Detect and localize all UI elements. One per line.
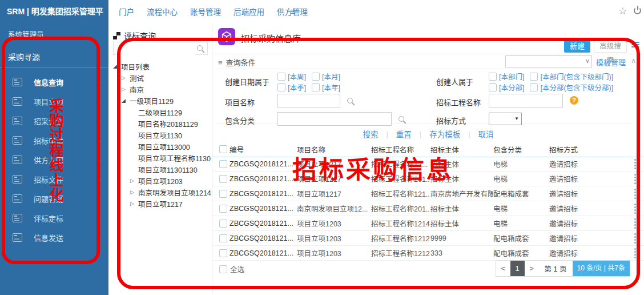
current-page-button[interactable]: 1: [510, 261, 525, 276]
checkbox[interactable]: [219, 234, 227, 242]
sidebar-item[interactable]: 项目立项›: [0, 91, 108, 111]
checkbox-option[interactable]: [本季]: [277, 82, 306, 93]
page-size-button[interactable]: 10 条/页 | 共7条: [573, 261, 630, 276]
next-page-button[interactable]: >: [525, 264, 539, 273]
top-nav-item[interactable]: 流程中心: [147, 6, 178, 17]
checkbox-option[interactable]: [本周]: [277, 71, 306, 82]
row-menu-icon[interactable]: [634, 174, 636, 184]
list-view-icon[interactable]: [631, 41, 639, 49]
page-number-input[interactable]: 1: [553, 265, 557, 273]
collapse-icon[interactable]: ∧: [631, 57, 636, 65]
row-menu-icon[interactable]: [634, 233, 636, 244]
checkbox-option[interactable]: [本分部]: [489, 82, 524, 93]
top-nav-item[interactable]: 门户: [119, 6, 134, 17]
checkbox[interactable]: [219, 160, 227, 168]
table-row[interactable]: ZBCGSQ2018121...项目立项1203招标工程名称12129999配电…: [212, 231, 644, 246]
sidebar-item[interactable]: 招标申请›: [0, 130, 108, 150]
row-menu-icon[interactable]: [634, 218, 636, 229]
power-icon[interactable]: [634, 7, 641, 14]
checkbox[interactable]: [312, 73, 320, 81]
checkbox[interactable]: [219, 145, 227, 153]
tree-node[interactable]: 二级项目1129: [108, 106, 212, 118]
tree-node[interactable]: ▷测试: [108, 72, 212, 83]
collapsed-arrow-icon[interactable]: ▷: [130, 178, 138, 184]
prev-page-button[interactable]: <: [496, 264, 510, 273]
sidebar-item[interactable]: 信息发送›: [0, 228, 108, 247]
hamburger-icon[interactable]: ≡: [290, 7, 295, 17]
search-icon[interactable]: [399, 116, 404, 122]
sidebar-item[interactable]: 供方入围›: [0, 150, 108, 169]
checkbox[interactable]: [219, 220, 227, 228]
advanced-search-button[interactable]: 高级搜索: [594, 38, 627, 53]
tree-node[interactable]: 项目立项11301130: [108, 164, 212, 175]
table-row[interactable]: ZBCGSQ2018121...项目立项1203招标工程名称1212333配电箱…: [212, 246, 644, 261]
checkbox[interactable]: [489, 83, 497, 91]
expanded-arrow-icon[interactable]: ◢: [113, 63, 121, 69]
tree-search-input[interactable]: [116, 43, 195, 55]
table-row[interactable]: ZBCGSQ2018121...项目立项1217招标工程名称121...南京房地…: [212, 186, 644, 201]
star-icon[interactable]: ☆: [618, 5, 627, 17]
action-link[interactable]: 搜索: [363, 128, 378, 139]
template-select[interactable]: ∨: [505, 55, 592, 67]
checkbox[interactable]: [219, 175, 227, 183]
tree-node[interactable]: ▷南京: [108, 83, 212, 95]
checkbox-option[interactable]: [本月]: [312, 71, 340, 82]
tree-node[interactable]: ▷南京明发项目立项1214: [108, 186, 212, 198]
collapsed-arrow-icon[interactable]: ▷: [130, 189, 138, 195]
action-link[interactable]: 存为模板: [429, 128, 460, 139]
checkbox[interactable]: [489, 73, 497, 81]
template-manage-link[interactable]: 模板管理: [596, 57, 626, 67]
tree-node[interactable]: ▷项目立项1217: [108, 198, 212, 209]
row-menu-icon[interactable]: [634, 204, 636, 214]
checkbox-option[interactable]: [本年]: [312, 82, 340, 93]
table-row[interactable]: ZBCGSQ2018121...项目立项1217招标工程名称12...招标主体电…: [212, 157, 644, 172]
tree-node[interactable]: ◢一级项目1129: [108, 95, 212, 106]
collapsed-arrow-icon[interactable]: ▷: [122, 75, 130, 81]
sidebar-item[interactable]: 问题答疑›: [0, 189, 108, 208]
checkbox[interactable]: [277, 73, 285, 81]
checkbox[interactable]: [530, 73, 538, 81]
sidebar-item[interactable]: 评标定标›: [0, 208, 108, 228]
checkbox[interactable]: [530, 83, 538, 91]
top-nav-item[interactable]: 账号管理: [190, 6, 221, 17]
checkbox-option[interactable]: [本部门(包含下级部门)]: [530, 71, 613, 82]
checkbox[interactable]: [219, 265, 227, 273]
top-nav-item[interactable]: 后端应用: [234, 6, 264, 17]
checkbox[interactable]: [312, 83, 320, 91]
new-button[interactable]: 新建: [564, 38, 590, 53]
bid-project-input[interactable]: [489, 94, 562, 107]
checkbox[interactable]: [219, 190, 227, 198]
action-link[interactable]: 取消: [478, 128, 494, 139]
sidebar-item[interactable]: 招标文件›: [0, 169, 108, 189]
tree-node[interactable]: 项目立项1130: [108, 129, 212, 141]
checkbox-option[interactable]: [本分部(包含下级分部)]: [530, 82, 613, 93]
select-all[interactable]: 全选: [219, 264, 244, 274]
checkbox[interactable]: [277, 83, 285, 91]
tree-node[interactable]: 项目立项工程名称1130: [108, 152, 212, 164]
table-row[interactable]: ZBCGSQ2018121...项目立项1203招标工程名称1214招标主体电梯…: [212, 216, 644, 231]
tree-node[interactable]: 项目立项113000: [108, 141, 212, 152]
sidebar-item[interactable]: 招采计划›: [0, 111, 108, 130]
tree-node[interactable]: ▷项目立项1203: [108, 175, 212, 186]
tree-node[interactable]: ◢项目列表: [108, 61, 212, 72]
search-icon[interactable]: [347, 98, 353, 103]
category-input[interactable]: [278, 113, 391, 125]
bid-method-select[interactable]: ▼: [489, 113, 522, 125]
checkbox-option[interactable]: [本部门]: [489, 71, 524, 82]
search-icon[interactable]: [197, 45, 203, 51]
row-menu-icon[interactable]: [634, 189, 636, 199]
expanded-arrow-icon[interactable]: ◢: [122, 98, 130, 103]
action-link[interactable]: 重置: [396, 128, 412, 139]
row-menu-icon[interactable]: [634, 159, 636, 169]
checkbox[interactable]: [219, 205, 227, 213]
checkbox[interactable]: [219, 249, 227, 257]
row-menu-icon[interactable]: [634, 248, 636, 258]
collapsed-arrow-icon[interactable]: ▷: [130, 201, 138, 206]
project-name-input[interactable]: [278, 94, 340, 107]
tree-node[interactable]: 项目名称20181129: [108, 118, 212, 129]
sidebar-item[interactable]: 信息查询›: [0, 72, 108, 91]
collapsed-arrow-icon[interactable]: ▷: [122, 86, 130, 92]
table-row[interactable]: ZBCGSQ2018121...南京明发项目立项12...招标工程名称201..…: [212, 201, 644, 216]
help-icon[interactable]: ?: [570, 96, 578, 105]
table-row[interactable]: ZBCGSQ2018121...项目立项1217招标工程名称201...招标主体…: [212, 172, 644, 186]
